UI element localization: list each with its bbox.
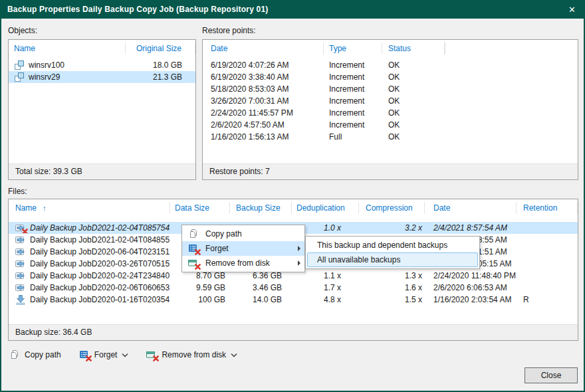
objects-list: winsrv100 18.0 GB winsrv29 21.3 GB — [9, 57, 195, 163]
restore-type: Increment — [324, 108, 382, 118]
files-col-date[interactable]: Date — [425, 202, 517, 214]
restore-col-spacer — [445, 43, 445, 54]
restore-point-row[interactable]: 1/16/2020 1:56:13 AM Full OK — [203, 131, 578, 143]
increment-backup-icon — [15, 258, 26, 269]
remove-from-disk-icon — [146, 349, 157, 360]
restore-type: Increment — [324, 120, 382, 130]
restore-header: Date Type Status — [203, 40, 578, 57]
remove-from-disk-label: Remove from disk — [162, 350, 226, 359]
file-data-size: 9.59 GB — [170, 283, 230, 292]
restore-status: OK — [382, 132, 445, 142]
object-row-winsrv29[interactable]: winsrv29 21.3 GB — [9, 71, 195, 83]
forget-submenu: This backup and dependent backups All un… — [305, 236, 480, 269]
file-compression: 1.5 x — [359, 295, 425, 304]
files-col-compression[interactable]: Compression — [359, 202, 425, 214]
file-retention: R — [517, 295, 578, 304]
files-col-name[interactable]: Name ↑ — [9, 202, 170, 214]
submenu-item-all-unavailable[interactable]: All unavailable backups — [307, 252, 478, 267]
increment-backup-icon — [15, 270, 26, 281]
file-dedup: 4.8 x — [292, 295, 359, 304]
restore-status: OK — [382, 84, 445, 94]
objects-col-name[interactable]: Name — [9, 43, 126, 54]
files-label: Files: — [8, 187, 27, 196]
objects-col-original-size[interactable]: Original Size — [126, 43, 195, 54]
restore-date: 2/24/2020 11:45:57 PM — [203, 108, 324, 118]
window-title: Backup Properties Daily Backup Copy Job … — [0, 5, 269, 14]
restore-type: Increment — [324, 72, 382, 82]
menu-item-copy-path[interactable]: Copy path — [182, 227, 304, 241]
restore-date: 2/6/2020 4:57:50 AM — [203, 120, 324, 130]
restore-point-row[interactable]: 2/24/2020 11:45:57 PM Increment OK — [203, 107, 578, 119]
menu-item-label: Copy path — [205, 229, 242, 239]
file-backup-size: 6.36 GB — [230, 271, 292, 280]
file-dedup: 1.1 x — [292, 271, 359, 280]
titlebar: Backup Properties Daily Backup Copy Job … — [0, 0, 585, 19]
objects-panel: Name Original Size winsrv100 18.0 GB win… — [8, 39, 196, 180]
files-col-backup-size[interactable]: Backup Size — [230, 202, 292, 214]
submenu-item-this-backup[interactable]: This backup and dependent backups — [307, 238, 478, 252]
restore-type: Increment — [324, 96, 382, 106]
restore-col-status[interactable]: Status — [382, 43, 445, 54]
restore-col-date[interactable]: Date — [203, 43, 324, 54]
submenu-arrow-icon — [298, 246, 300, 251]
file-date: 2/4/2021 8:57:54 AM — [425, 223, 517, 233]
copy-icon — [9, 349, 20, 360]
file-date: 2/6/2020 6:06:53 AM — [425, 283, 517, 292]
file-data-size: 100 GB — [170, 295, 230, 304]
file-compression: 3.2 x — [359, 223, 425, 233]
restore-status: OK — [382, 72, 445, 82]
restore-type: Increment — [324, 60, 382, 70]
file-date: 1/16/2020 2:03:54 AM — [425, 295, 517, 304]
vm-icon — [14, 60, 25, 70]
error-x-icon — [195, 249, 201, 255]
increment-backup-icon — [15, 235, 26, 245]
file-date: 2/24/2020 11:48:40 PM — [425, 271, 517, 280]
restore-col-type[interactable]: Type — [324, 43, 382, 54]
files-col-deduplication[interactable]: Deduplication — [292, 202, 359, 214]
restore-type: Increment — [324, 84, 382, 94]
window-close-icon[interactable]: ✕ — [559, 5, 585, 15]
close-button[interactable]: Close — [525, 367, 578, 383]
restore-points-label: Restore points: — [202, 26, 256, 35]
file-row[interactable]: Daily Backup JobD2020-02-06T060653... 9.… — [9, 282, 578, 294]
files-col-name-label: Name — [15, 202, 37, 214]
backup-size-status: Backup size: 36.4 GB — [9, 324, 578, 340]
restore-date: 1/16/2020 1:56:13 AM — [203, 132, 324, 142]
restore-point-row[interactable]: 3/26/2020 7:00:31 AM Increment OK — [203, 95, 578, 107]
restore-status: OK — [382, 108, 445, 118]
file-name: Daily Backup JobD2020-06-04T023151... — [30, 247, 170, 256]
object-size: 21.3 GB — [126, 72, 195, 82]
file-name: Daily Backup JobD2021-02-04T085754... — [30, 223, 170, 233]
restore-status: OK — [382, 60, 445, 70]
file-data-size: 8.70 GB — [170, 271, 230, 280]
chevron-down-icon — [231, 353, 237, 357]
file-compression: 1.3 x — [359, 271, 425, 280]
file-row[interactable]: Daily Backup JobD2020-01-16T020354... 10… — [9, 294, 578, 306]
file-name: Daily Backup JobD2020-01-16T020354... — [30, 295, 170, 304]
menu-item-remove-from-disk[interactable]: Remove from disk — [182, 256, 304, 270]
error-x-icon — [153, 355, 159, 361]
restore-point-row[interactable]: 6/19/2020 4:07:26 AM Increment OK — [203, 59, 578, 71]
increment-backup-missing-icon — [15, 223, 26, 233]
files-col-retention[interactable]: Retention — [517, 202, 578, 214]
file-name: Daily Backup JobD2020-03-26T070515... — [30, 259, 170, 268]
object-row-winsrv100[interactable]: winsrv100 18.0 GB — [9, 59, 195, 71]
restore-points-count: Restore points: 7 — [203, 163, 578, 179]
objects-label: Objects: — [8, 26, 37, 35]
remove-from-disk-button[interactable]: Remove from disk — [146, 349, 237, 360]
copy-path-button[interactable]: Copy path — [9, 349, 61, 360]
menu-item-forget[interactable]: Forget — [182, 241, 304, 256]
file-compression: 1.6 x — [359, 283, 425, 292]
forget-button[interactable]: Forget — [79, 349, 129, 360]
restore-point-row[interactable]: 2/6/2020 4:57:50 AM Increment OK — [203, 119, 578, 131]
object-size: 18.0 GB — [126, 60, 195, 70]
restore-point-row[interactable]: 6/19/2020 3:38:40 AM Increment OK — [203, 71, 578, 83]
files-col-data-size[interactable]: Data Size — [170, 202, 230, 214]
restore-point-row[interactable]: 5/18/2020 8:53:03 AM Increment OK — [203, 83, 578, 95]
restore-points-list: 6/19/2020 4:07:26 AM Increment OK 6/19/2… — [203, 57, 578, 163]
increment-backup-icon — [15, 246, 26, 257]
menu-item-label: Forget — [205, 244, 229, 253]
error-x-icon — [195, 264, 201, 270]
submenu-arrow-icon — [298, 260, 300, 266]
files-toolbar: Copy path Forget Remove from disk — [9, 347, 255, 363]
